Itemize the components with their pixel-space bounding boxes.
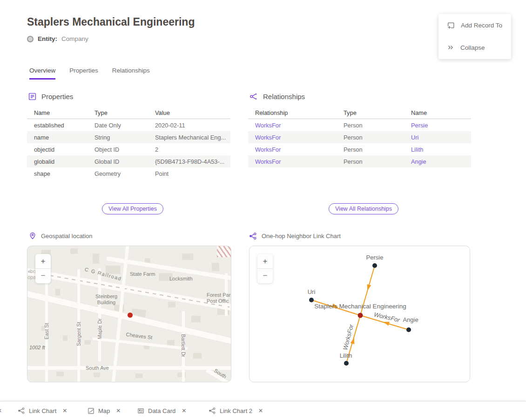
table-row: name String Staplers Mechanical Eng... xyxy=(27,131,230,143)
tab-overview[interactable]: Overview xyxy=(29,67,55,80)
entity-row: Entity: Company xyxy=(27,35,88,42)
map-label-locksmith: Locksmith xyxy=(169,276,193,281)
add-record-to-menu-item[interactable]: Add Record To xyxy=(438,14,511,36)
map-label-steinberg: Steinberg xyxy=(95,293,117,299)
properties-section-title: Properties xyxy=(41,93,73,100)
relationship-link[interactable]: WorksFor xyxy=(248,134,337,141)
map-label-steinberg2: Building xyxy=(97,300,115,305)
map-pin-icon xyxy=(29,232,36,240)
table-row: objectid Object ID 2 xyxy=(27,143,230,155)
view-tab-label: Link Chart xyxy=(29,407,56,414)
table-row: WorksFor Person Lilith xyxy=(248,143,471,155)
table-row: WorksFor Person Persie xyxy=(248,119,471,131)
view-tab-link-chart[interactable]: Link Chart ✕ xyxy=(18,401,67,420)
relationship-link[interactable]: WorksFor xyxy=(248,146,337,153)
map-zoom-out-button[interactable]: − xyxy=(35,268,51,283)
close-icon[interactable]: ✕ xyxy=(62,407,67,414)
entity-location-marker[interactable] xyxy=(128,313,133,318)
map-zoom-in-button[interactable]: + xyxy=(35,254,51,268)
node-label-angie[interactable]: Angie xyxy=(403,316,418,323)
prop-name: name xyxy=(27,134,88,141)
col-type: Type xyxy=(88,109,148,116)
col-name: Name xyxy=(27,109,88,116)
prop-name: shape xyxy=(27,170,88,177)
map-label-cheaves-st: Cheaves St xyxy=(126,332,153,340)
properties-table-header: Name Type Value xyxy=(27,107,230,119)
prop-name: globalid xyxy=(27,158,88,165)
properties-table: Name Type Value established Date Only 20… xyxy=(27,107,230,180)
related-entity-link[interactable]: Persie xyxy=(404,122,471,129)
view-tab-data-card[interactable]: Data Card ✕ xyxy=(137,401,186,420)
related-entity-link[interactable]: Uri xyxy=(404,134,471,141)
data-card-icon xyxy=(137,407,144,414)
map-icon xyxy=(88,407,94,414)
tab-relationships[interactable]: Relationships xyxy=(112,67,150,80)
map-label-state-farm: State Farm xyxy=(130,271,155,277)
collapse-menu-item[interactable]: Collapse xyxy=(438,36,511,59)
relationships-icon xyxy=(250,92,258,101)
prop-type: String xyxy=(88,134,148,141)
relationship-link[interactable]: WorksFor xyxy=(248,158,337,165)
col-name: Name xyxy=(404,109,471,116)
prop-value: Point xyxy=(148,170,230,177)
one-hop-link-chart[interactable]: Persie Uri Staplers Mechanical Engineeri… xyxy=(249,246,470,382)
relationships-section-title: Relationships xyxy=(263,93,305,100)
prop-type: Global ID xyxy=(88,158,148,165)
map-label-forest-park: Forest Par xyxy=(207,292,230,298)
relationships-section-header: Relationships xyxy=(250,92,305,101)
card-tabs: Overview Properties Relationships xyxy=(29,67,150,80)
linkchart-section-title: One-hop Neighbor Link Chart xyxy=(262,233,341,240)
close-icon[interactable]: ✕ xyxy=(182,407,186,414)
prop-value: 2020-02-11 xyxy=(148,122,230,129)
relationships-table: Relationship Type Name WorksFor Person P… xyxy=(248,107,471,167)
view-tab-link-chart-2[interactable]: Link Chart 2 ✕ xyxy=(209,401,263,420)
add-record-label: Add Record To xyxy=(461,22,502,29)
prop-value: 2 xyxy=(148,146,230,153)
data-card-screen: Staplers Mechanical Engineering Entity: … xyxy=(0,0,526,420)
entity-label: Entity: xyxy=(38,35,57,42)
linkchart-zoom-out-button[interactable]: − xyxy=(257,268,273,283)
prop-type: Geometry xyxy=(88,170,148,177)
view-tab-map[interactable]: Map ✕ xyxy=(88,401,121,420)
node-label-lilith[interactable]: Lilith xyxy=(340,352,352,359)
related-entity-link[interactable]: Lilith xyxy=(404,146,471,153)
view-all-properties-button[interactable]: View All Properties xyxy=(102,203,163,214)
link-chart-icon xyxy=(18,407,25,414)
view-tabs-bar: ✕ Link Chart ✕ Map ✕ Data Card ✕ xyxy=(0,401,526,420)
node-label-center[interactable]: Staplers Mechanical Engineering xyxy=(314,303,406,310)
prop-name: objectid xyxy=(27,146,88,153)
entity-type-icon xyxy=(27,36,34,42)
table-row: shape Geometry Point xyxy=(27,167,230,180)
link-chart-icon xyxy=(209,407,216,414)
context-menu: Add Record To Collapse xyxy=(438,14,511,59)
view-tab-label: Link Chart 2 xyxy=(220,407,252,414)
close-icon[interactable]: ✕ xyxy=(116,407,121,414)
prop-value: Staplers Mechanical Eng... xyxy=(148,134,230,141)
clipped-tab-close[interactable]: ✕ xyxy=(0,401,2,420)
link-chart-icon xyxy=(249,232,257,240)
properties-section-header: Properties xyxy=(28,92,73,101)
node-label-uri[interactable]: Uri xyxy=(308,288,316,295)
prop-name: established xyxy=(27,122,88,129)
prop-value: {5D9B4713-F98D-4A53-... xyxy=(148,158,230,165)
prop-type: Object ID xyxy=(88,146,148,153)
node-label-persie[interactable]: Persie xyxy=(366,254,384,261)
col-value: Value xyxy=(148,109,230,116)
map-label-east-st: East St xyxy=(44,323,49,339)
related-entity-link[interactable]: Angie xyxy=(404,158,471,165)
view-all-relationships-button[interactable]: View All Relationships xyxy=(329,203,398,214)
geospatial-map[interactable]: rbour opaedics C G Railroad State Farm L… xyxy=(27,246,231,382)
close-icon[interactable]: ✕ xyxy=(0,407,2,414)
relationship-link[interactable]: WorksFor xyxy=(248,122,337,129)
close-icon[interactable]: ✕ xyxy=(258,407,263,414)
properties-icon xyxy=(28,92,37,101)
rel-type: Person xyxy=(337,146,404,153)
tab-properties[interactable]: Properties xyxy=(69,67,98,80)
map-hatched-area xyxy=(217,246,231,257)
add-record-icon xyxy=(447,21,455,29)
linkchart-zoom-in-button[interactable]: + xyxy=(257,254,273,268)
map-label-sargent-st: Sargent St xyxy=(76,322,81,346)
table-row: globalid Global ID {5D9B4713-F98D-4A53-.… xyxy=(27,155,230,167)
linkchart-zoom-control: + − xyxy=(257,254,273,283)
map-label-post-office: Post Offic xyxy=(207,298,229,304)
